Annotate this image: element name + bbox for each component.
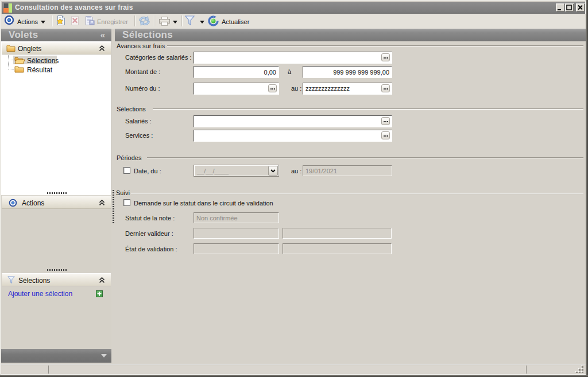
montant-min-input[interactable]: 0,00 xyxy=(194,66,279,78)
numero-au-browse-button[interactable] xyxy=(381,84,390,92)
folder-icon xyxy=(14,65,24,74)
statusbar-separator xyxy=(48,366,49,374)
montant-min-value: 0,00 xyxy=(196,69,276,76)
dernier-valideur-input-1[interactable] xyxy=(194,228,279,239)
main-header-title: Sélections xyxy=(122,29,173,41)
close-button[interactable] xyxy=(576,3,585,11)
categories-input[interactable] xyxy=(194,52,392,64)
collapsed-panel-bar[interactable] xyxy=(1,349,111,363)
toolbar-separator xyxy=(134,15,136,26)
filter-button[interactable] xyxy=(185,15,195,27)
montant-max-input[interactable]: 999 999 999 999,00 xyxy=(303,66,392,78)
statut-note-label: Statut de la note : xyxy=(125,215,175,221)
etat-validation-label: État de validation : xyxy=(125,246,177,252)
tree-connector xyxy=(8,55,9,69)
delete-note-button[interactable] xyxy=(71,16,79,26)
collapse-panel-icon[interactable] xyxy=(99,45,105,52)
etat-validation-input-2[interactable] xyxy=(283,243,392,254)
close-icon xyxy=(576,3,585,11)
actions-panel-header[interactable]: Actions xyxy=(2,196,111,209)
panel-splitter-grip[interactable] xyxy=(47,192,68,194)
maximize-button[interactable] xyxy=(565,3,574,11)
montant-label: Montant de : xyxy=(125,68,160,75)
group-title-suivi: Suivi xyxy=(116,189,130,196)
new-note-icon xyxy=(56,15,65,25)
numero-du-browse-button[interactable] xyxy=(268,84,277,92)
splitter-grip[interactable] xyxy=(113,190,114,224)
services-label: Services : xyxy=(125,132,153,139)
chevron-down-icon xyxy=(270,169,276,173)
refresh-button[interactable] xyxy=(208,15,219,28)
salaries-browse-button[interactable] xyxy=(381,117,390,125)
filter-caret-icon[interactable] xyxy=(200,21,204,24)
status-bar xyxy=(1,365,586,374)
minimize-button[interactable] xyxy=(556,3,564,11)
panel-splitter-grip[interactable] xyxy=(47,269,68,271)
salaries-input[interactable] xyxy=(194,115,392,127)
dernier-valideur-input-2[interactable] xyxy=(283,228,392,239)
print-caret-icon[interactable] xyxy=(173,21,177,24)
filter-icon xyxy=(7,276,15,285)
save-button[interactable] xyxy=(85,16,95,26)
services-input[interactable] xyxy=(194,130,392,142)
collapse-sidebar-icon[interactable]: « xyxy=(100,29,105,41)
numero-au-value: zzzzzzzzzzzzzz xyxy=(305,85,389,92)
new-note-button[interactable] xyxy=(56,15,65,26)
salaries-label: Salariés : xyxy=(125,118,152,125)
add-selection-link[interactable]: Ajouter une sélection xyxy=(8,290,72,298)
group-line xyxy=(153,108,583,110)
printer-icon xyxy=(158,17,171,26)
refresh-button-label[interactable]: Actualiser xyxy=(222,18,249,25)
demande-statut-label: Demande sur le statut dans le circuit de… xyxy=(134,200,273,207)
selections-panel-header[interactable]: Sélections xyxy=(2,273,111,286)
services-browse-button[interactable] xyxy=(381,131,390,139)
save-button-label[interactable]: Enregistrer xyxy=(97,18,128,25)
add-selection-icon[interactable] xyxy=(96,290,103,298)
maximize-icon xyxy=(565,3,574,11)
window-inner-highlight-bottom xyxy=(1,374,586,375)
actions-target-icon xyxy=(9,199,17,208)
print-button[interactable] xyxy=(158,17,171,27)
window-title: Consultation des avances sur frais xyxy=(15,2,133,14)
toolbar-separator xyxy=(154,15,155,26)
actions-menu-button[interactable]: Actions xyxy=(17,18,38,25)
numero-au-input[interactable]: zzzzzzzzzzzzzz xyxy=(303,83,392,95)
actions-target-icon xyxy=(4,15,14,26)
application-window: { "window": { "title": "Consultation des… xyxy=(0,0,588,377)
actions-caret-icon[interactable] xyxy=(41,21,45,24)
group-line xyxy=(167,45,583,46)
collapse-panel-icon[interactable] xyxy=(99,277,105,283)
selections-panel-title: Sélections xyxy=(18,277,50,285)
folder-open-icon xyxy=(14,56,25,65)
periode-au-input[interactable]: 19/01/2021 xyxy=(303,165,392,176)
group-title-periodes: Périodes xyxy=(117,154,141,161)
a-label: à xyxy=(288,68,291,75)
date-du-checkbox[interactable] xyxy=(123,167,130,174)
actions-panel-title: Actions xyxy=(22,199,44,207)
date-du-combobox[interactable]: __/__/____ xyxy=(194,165,279,177)
etat-validation-input-1[interactable] xyxy=(194,243,279,254)
categories-browse-button[interactable] xyxy=(381,53,390,61)
numero-du-input[interactable] xyxy=(194,83,279,95)
resize-grip-icon[interactable] xyxy=(575,366,584,373)
collapse-panel-icon[interactable] xyxy=(99,200,105,206)
sync-button[interactable] xyxy=(138,16,150,27)
sidebar-header-title: Volets xyxy=(9,29,38,41)
categories-label: Catégories de salariés : xyxy=(125,54,192,61)
date-du-dropdown-button[interactable] xyxy=(268,166,278,176)
periode-au-label: au : xyxy=(291,168,301,174)
actions-panel-body xyxy=(2,209,111,273)
tree-item-selections[interactable]: Sélections xyxy=(27,57,59,65)
statut-note-input[interactable]: Non confirmée xyxy=(194,212,279,223)
delete-note-icon xyxy=(71,16,79,25)
tree-item-resultat[interactable]: Résultat xyxy=(27,66,52,74)
group-title-selections: Sélections xyxy=(117,106,146,112)
title-bar[interactable]: Consultation des avances sur frais xyxy=(2,2,585,14)
dernier-valideur-label: Dernier valideur : xyxy=(125,230,173,237)
numero-au-label: au : xyxy=(291,85,301,92)
statut-note-value: Non confirmée xyxy=(196,215,276,221)
demande-statut-checkbox[interactable] xyxy=(123,199,130,206)
montant-max-value: 999 999 999 999,00 xyxy=(305,69,389,76)
toolbar-separator xyxy=(52,15,53,26)
onglets-panel-header[interactable]: Onglets xyxy=(2,42,111,55)
